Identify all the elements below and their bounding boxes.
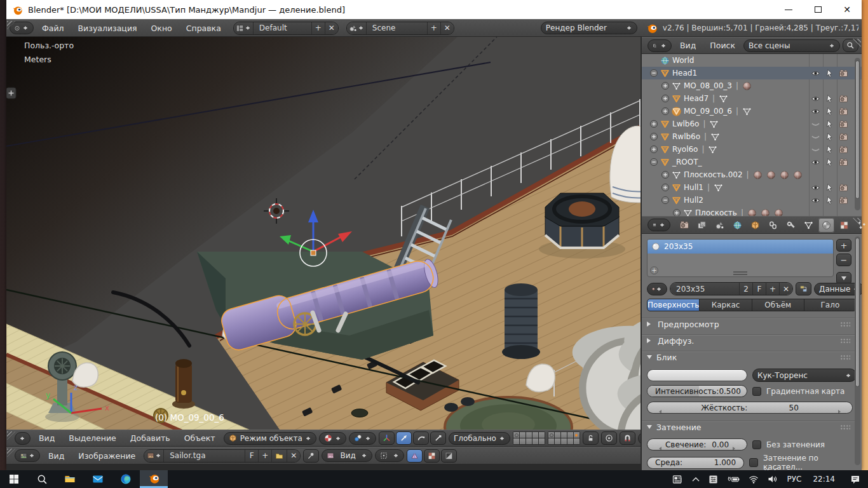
layer-cell[interactable] [561,432,567,438]
scene-octagon-tower[interactable] [539,193,625,259]
layer-cell[interactable] [555,432,560,438]
editor-type-selector-image[interactable] [15,449,40,462]
material-unlink-button[interactable]: ✕ [779,283,792,295]
props-tab-world[interactable] [729,218,745,233]
tray-language[interactable]: РУС [783,470,805,488]
selectability-toggle[interactable] [824,107,837,116]
ramp-checkbox[interactable] [752,387,761,396]
type-tab-volume[interactable]: Объём [752,299,804,311]
start-button[interactable] [0,470,28,488]
taskbar-file-explorer[interactable] [56,470,84,488]
props-tab-render-layers[interactable] [694,218,710,233]
layer-cell[interactable] [520,432,526,438]
viewport-3d[interactable]: Польз.-орто Meters z x y (0) MO_09_00_6 [6,37,641,430]
title-bar[interactable]: Blender* [D:\МОИ МОДЕЛИ\USSA\Тип Манджур… [6,0,862,19]
slider-right-arrow-icon[interactable] [838,410,843,414]
props-tab-modifiers[interactable] [783,218,799,233]
panel-diffuse-header[interactable]: Диффуз. [642,334,857,346]
props-tab-constraints[interactable] [765,218,781,233]
shadeless-checkbox[interactable] [752,440,761,449]
scene-vent-tower[interactable] [502,283,540,359]
specular-color-swatch[interactable] [647,369,747,381]
material-slot-list[interactable]: 203x35 + [647,239,834,277]
selectability-toggle[interactable] [824,145,837,154]
layer-cell[interactable] [567,438,573,444]
material-users-count[interactable]: 2 [739,283,752,295]
tray-volume[interactable] [764,470,782,488]
layer-cell[interactable] [567,432,573,438]
outliner-row-MO_08_00_3[interactable]: MO_08_00_3| [642,79,862,92]
layer-cell[interactable] [561,438,567,444]
maximize-button[interactable] [803,0,832,19]
hardness-slider[interactable]: Жёсткость: 50 [647,402,853,414]
transform-orientation-selector[interactable]: Глобально [449,432,510,445]
manipulator-scale-button[interactable] [430,431,446,445]
layer-cell[interactable] [548,438,554,444]
action-center-button[interactable] [843,470,868,488]
menu-image-image[interactable]: Изображение [72,451,141,461]
remove-slot-button[interactable]: − [836,254,851,266]
layer-cell[interactable] [526,432,532,438]
visibility-toggle[interactable] [810,94,824,104]
props-tab-object[interactable] [747,218,763,233]
slider-right-arrow-icon[interactable] [733,447,737,451]
slot-expand-icon[interactable]: + [650,266,658,274]
menu-view3d-object[interactable]: Объект [179,433,221,443]
menu-view3d-select[interactable]: Выделение [63,433,121,443]
menu-outliner-search[interactable]: Поиск [704,41,741,50]
minimize-button[interactable] [774,0,803,19]
props-tab-data[interactable] [801,218,817,233]
layer-cell[interactable] [555,438,560,444]
slider-left-arrow-icon[interactable] [657,447,661,451]
props-tab-texture[interactable] [836,218,852,233]
selectability-toggle[interactable] [824,132,837,142]
tray-news-widget[interactable] [668,470,687,488]
renderability-toggle[interactable] [837,183,851,193]
taskbar-search-button[interactable] [28,470,56,488]
visibility-toggle[interactable] [810,196,824,205]
visibility-toggle[interactable] [810,183,824,193]
menu-view3d-view[interactable]: Вид [33,433,60,443]
close-button[interactable]: ✕ [832,0,862,19]
visibility-toggle[interactable] [810,145,824,154]
render-engine-selector[interactable]: Рендер Blender [541,22,637,34]
mode-selector[interactable]: Режим объекта [224,432,316,445]
emit-field[interactable]: Свечение: 0.00 [647,438,747,451]
renderability-toggle[interactable] [837,107,851,116]
layer-cell[interactable] [532,432,538,438]
screen-layout-name[interactable]: Default [253,22,311,34]
open-image-button[interactable] [271,450,287,462]
channel-zbuffer-button[interactable] [441,449,457,463]
selectability-toggle[interactable] [824,196,837,205]
outliner-scrollbar-thumb[interactable] [855,60,860,199]
selectability-toggle[interactable] [824,183,837,193]
material-add-button[interactable]: + [766,283,779,295]
menu-render[interactable]: Визуализация [72,24,143,33]
tray-clock[interactable]: 22:14 [806,470,841,488]
type-tab-wire[interactable]: Каркас [700,299,752,311]
visibility-toggle[interactable] [810,69,824,78]
layer-cell[interactable] [532,438,538,444]
menu-view3d-add[interactable]: Добавить [125,433,176,443]
image-name[interactable]: Sailor.tga [163,450,245,462]
layer-cell[interactable] [539,438,545,444]
tangent-checkbox[interactable] [749,458,758,467]
browse-material-button[interactable] [647,283,667,295]
manipulator-rotate-button[interactable] [413,431,429,445]
manipulator-axis-button[interactable] [379,431,395,445]
menu-file[interactable]: Файл [36,24,70,33]
selectability-toggle[interactable] [824,119,837,129]
layer-cell[interactable] [574,438,580,444]
outliner-row-Hull2[interactable]: Hull2 [642,194,862,207]
outliner-row-MO_09_00_6[interactable]: MO_09_00_6| [642,105,862,118]
add-layout-button[interactable]: + [311,22,325,34]
visibility-toggle[interactable] [810,107,824,116]
panel-specular-header[interactable]: Блик [642,351,857,363]
tray-settings[interactable] [705,470,722,488]
channel-color-alpha-button[interactable] [407,449,423,463]
menu-help[interactable]: Справка [180,24,227,33]
tray-show-hidden[interactable] [688,470,703,488]
editor-type-selector-info[interactable] [10,22,34,34]
renderability-toggle[interactable] [837,196,851,205]
add-scene-button[interactable]: + [427,22,440,34]
